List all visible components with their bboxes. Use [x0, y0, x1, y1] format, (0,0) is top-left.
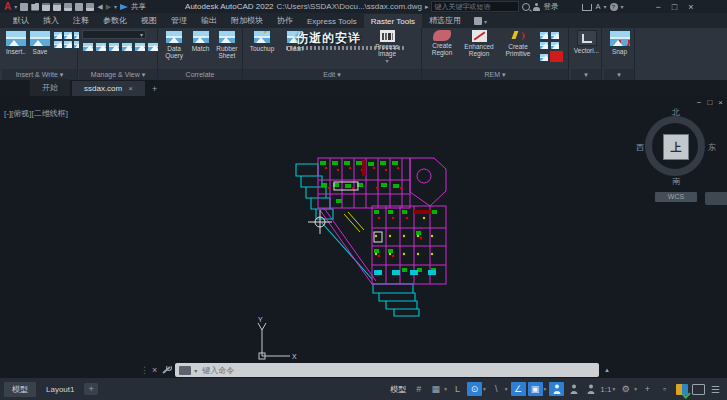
rem-tool-icon[interactable]: [550, 31, 560, 40]
command-drag-handle[interactable]: ⋮: [140, 365, 148, 375]
object-snap-icon[interactable]: ▣: [528, 382, 543, 396]
command-input[interactable]: [200, 365, 595, 376]
new-file-icon[interactable]: [20, 3, 28, 11]
quick-properties-icon[interactable]: ▫: [657, 382, 672, 396]
tab-output[interactable]: 输出: [194, 12, 224, 28]
image-tool-icon[interactable]: [63, 40, 73, 49]
command-recent-icon[interactable]: [179, 366, 191, 375]
image-tool-icon[interactable]: [63, 31, 73, 40]
doc-minimize-icon[interactable]: −: [697, 98, 702, 107]
rem-color-swatch[interactable]: [550, 51, 563, 62]
file-tab-close-icon[interactable]: ×: [128, 84, 133, 93]
logo-dropdown-icon[interactable]: ▾: [14, 3, 17, 10]
osnap-dropdown-icon[interactable]: ▾: [544, 386, 547, 392]
create-primitive-button[interactable]: Create Primitive: [499, 30, 537, 57]
graphics-performance-icon[interactable]: [674, 382, 689, 396]
autocad-logo[interactable]: A: [4, 2, 11, 12]
raster-snap-button[interactable]: Snap: [609, 30, 631, 55]
ortho-mode-icon[interactable]: L: [450, 382, 465, 396]
panel-label-manage-view[interactable]: Manage & View ▾: [79, 69, 157, 80]
rem-tool-icon[interactable]: [550, 41, 560, 50]
undo-icon[interactable]: ◀: [97, 3, 102, 11]
panel-label-snap[interactable]: ▾: [604, 69, 634, 80]
redo-icon[interactable]: ▶: [106, 3, 111, 11]
window-minimize-icon[interactable]: −: [652, 2, 665, 12]
workspace-switching-icon[interactable]: ⚙: [618, 382, 633, 396]
isometric-drafting-icon[interactable]: \: [489, 382, 504, 396]
print-icon[interactable]: [86, 3, 94, 11]
create-region-button[interactable]: Create Region: [425, 30, 459, 56]
enhanced-region-button[interactable]: Enhanced Region: [461, 30, 497, 57]
customization-icon[interactable]: ☰: [708, 382, 723, 396]
viewcube-wcs-menu[interactable]: WCS: [655, 192, 697, 202]
snap-mode-icon[interactable]: ▦: [428, 382, 443, 396]
scale-dropdown-icon[interactable]: ▾: [612, 386, 615, 392]
tab-collaborate[interactable]: 协作: [270, 12, 300, 28]
tab-insert[interactable]: 插入: [36, 12, 66, 28]
view-tool-icon[interactable]: [108, 42, 120, 52]
user-icon[interactable]: [533, 3, 540, 11]
share-label[interactable]: 共享: [131, 2, 146, 12]
doc-restore-icon[interactable]: □: [707, 98, 712, 107]
annotation-scale-value[interactable]: 1:1: [600, 385, 611, 394]
tab-addins[interactable]: 附加模块: [224, 12, 270, 28]
batch-plot-icon[interactable]: [75, 3, 83, 11]
app-store-cart-icon[interactable]: [582, 4, 592, 11]
model-tab[interactable]: 模型: [4, 382, 36, 397]
layout1-tab[interactable]: Layout1: [38, 383, 82, 396]
viewcube-south[interactable]: 南: [672, 176, 680, 187]
touchup-button[interactable]: Touchup: [246, 30, 278, 52]
tab-raster-tools[interactable]: Raster Tools: [364, 14, 422, 28]
tab-manage[interactable]: 管理: [164, 12, 194, 28]
save-raster-button[interactable]: Save: [29, 30, 51, 55]
window-close-icon[interactable]: ×: [684, 2, 697, 12]
view-tool-icon[interactable]: [95, 42, 107, 52]
search-icon[interactable]: [522, 3, 530, 11]
insert-button[interactable]: Insert..: [5, 30, 27, 55]
command-close-icon[interactable]: ×: [152, 365, 157, 375]
tab-view[interactable]: 视图: [134, 12, 164, 28]
panel-label-rem[interactable]: REM ▾: [422, 69, 568, 80]
annotation-monitor-icon[interactable]: +: [640, 382, 655, 396]
view-tool-icon[interactable]: [82, 42, 94, 52]
vectorize-button[interactable]: Vectori...: [574, 30, 599, 54]
image-select-combo[interactable]: ▾: [82, 30, 146, 39]
rem-tool-icon[interactable]: [539, 31, 549, 40]
model-space-toggle[interactable]: 模型: [390, 384, 406, 395]
help-dropdown-icon[interactable]: ▾: [621, 3, 624, 10]
search-input[interactable]: [431, 1, 519, 12]
view-tool-icon[interactable]: [134, 42, 146, 52]
tab-express-tools[interactable]: Express Tools: [300, 14, 364, 28]
viewport-controls[interactable]: [-][俯视][二维线框]: [4, 108, 68, 119]
grid-display-icon[interactable]: #: [411, 382, 426, 396]
rem-tool-icon[interactable]: [539, 53, 549, 62]
save-icon[interactable]: [42, 3, 50, 11]
qat-dropdown-icon[interactable]: ▾: [114, 3, 117, 10]
doc-close-icon[interactable]: ×: [718, 98, 723, 107]
tab-parametric[interactable]: 参数化: [96, 12, 134, 28]
command-history-icon[interactable]: ▴: [605, 366, 609, 374]
plot-icon[interactable]: [64, 3, 72, 11]
command-customize-icon[interactable]: [161, 365, 171, 375]
clean-screen-icon[interactable]: [691, 382, 706, 396]
iso-dropdown-icon[interactable]: ▾: [505, 386, 508, 392]
rubber-sheet-button[interactable]: Rubber Sheet: [214, 30, 240, 59]
ribbon-overflow-dropdown-icon[interactable]: ▾: [484, 18, 487, 25]
tab-annotate[interactable]: 注释: [66, 12, 96, 28]
viewcube-west[interactable]: 西: [636, 142, 644, 153]
save-as-icon[interactable]: [53, 3, 61, 11]
viewcube[interactable]: 北 南 西 东 上 WCS: [639, 110, 715, 186]
apps-dropdown-icon[interactable]: ▾: [603, 3, 606, 10]
annotation-autoscale-icon[interactable]: [566, 382, 581, 396]
command-input-bar[interactable]: ▾: [175, 363, 599, 377]
add-layout-icon[interactable]: +: [84, 383, 97, 395]
panel-label-edit[interactable]: Edit ▾: [243, 69, 421, 80]
annotation-scale-person-icon[interactable]: [583, 382, 598, 396]
panel-label-correlate[interactable]: Correlate: [158, 69, 242, 80]
polar-tracking-icon[interactable]: ⊙: [467, 382, 482, 396]
autodesk-app-icon[interactable]: A: [595, 2, 600, 11]
osnap-tracking-icon[interactable]: ∠: [511, 382, 526, 396]
tab-default[interactable]: 默认: [6, 12, 36, 28]
sign-in-label[interactable]: 登录: [543, 2, 558, 12]
ribbon-overflow-icon[interactable]: [474, 17, 482, 25]
